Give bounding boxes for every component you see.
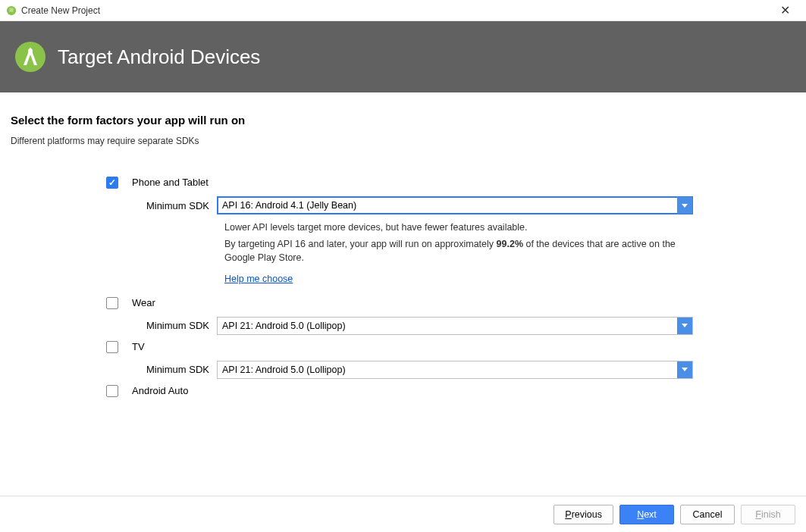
svg-point-2 (15, 42, 45, 72)
tv-min-sdk-select[interactable]: API 21: Android 5.0 (Lollipop) (217, 361, 693, 379)
android-auto-label: Android Auto (132, 385, 188, 396)
close-button[interactable]: ✕ (770, 0, 800, 21)
title-bar: Create New Project ✕ (0, 0, 806, 21)
wear-min-sdk-value: API 21: Android 5.0 (Lollipop) (222, 321, 346, 331)
wear-label: Wear (132, 297, 155, 308)
phone-tablet-min-sdk-select[interactable]: API 16: Android 4.1 (Jelly Bean) (217, 196, 693, 214)
chevron-down-icon (677, 318, 692, 334)
window-title: Create New Project (21, 5, 770, 16)
phone-tablet-min-sdk-value: API 16: Android 4.1 (Jelly Bean) (222, 200, 356, 211)
tv-checkbox[interactable] (106, 341, 118, 353)
tv-label: TV (132, 341, 145, 352)
page-heading: Select the form factors your app will ru… (11, 114, 795, 127)
banner-title: Target Android Devices (58, 45, 260, 69)
phone-tablet-min-sdk-label: Minimum SDK (11, 200, 217, 211)
finish-mnemonic: F (755, 509, 761, 520)
wizard-banner: Target Android Devices (0, 21, 806, 92)
android-auto-checkbox[interactable] (106, 385, 118, 397)
previous-rest: revious (572, 509, 602, 520)
help-line-2-prefix: By targeting API 16 and later, your app … (224, 239, 497, 249)
finish-button[interactable]: Finish (741, 505, 795, 524)
finish-rest: inish (761, 509, 781, 520)
android-studio-icon (14, 40, 47, 74)
cancel-button[interactable]: Cancel (680, 505, 735, 524)
phone-tablet-help-text: Lower API levels target more devices, bu… (224, 221, 695, 286)
help-percent: 99.2% (497, 239, 523, 249)
help-me-choose-link[interactable]: Help me choose (224, 272, 293, 286)
help-line-2: By targeting API 16 and later, your app … (224, 237, 695, 264)
svg-point-3 (28, 49, 33, 53)
tv-min-sdk-value: API 21: Android 5.0 (Lollipop) (222, 365, 346, 375)
wizard-footer: Previous Next Cancel Finish (0, 496, 806, 532)
next-button[interactable]: Next (619, 505, 674, 524)
app-icon (6, 5, 17, 16)
phone-tablet-checkbox[interactable] (106, 177, 118, 189)
svg-rect-1 (9, 8, 13, 11)
next-mnemonic: N (637, 509, 644, 520)
tv-min-sdk-label: Minimum SDK (11, 364, 217, 375)
help-line-1: Lower API levels target more devices, bu… (224, 221, 695, 234)
page-subheading: Different platforms may require separate… (11, 136, 795, 146)
wear-checkbox[interactable] (106, 297, 118, 309)
wear-min-sdk-label: Minimum SDK (11, 320, 217, 331)
next-rest: ext (644, 509, 657, 520)
chevron-down-icon (677, 361, 692, 378)
chevron-down-icon (677, 197, 692, 214)
previous-mnemonic: P (565, 509, 571, 520)
wear-min-sdk-select[interactable]: API 21: Android 5.0 (Lollipop) (217, 317, 693, 335)
wizard-content: Select the form factors your app will ru… (0, 92, 806, 496)
previous-button[interactable]: Previous (554, 505, 613, 524)
phone-tablet-label: Phone and Tablet (132, 177, 209, 188)
